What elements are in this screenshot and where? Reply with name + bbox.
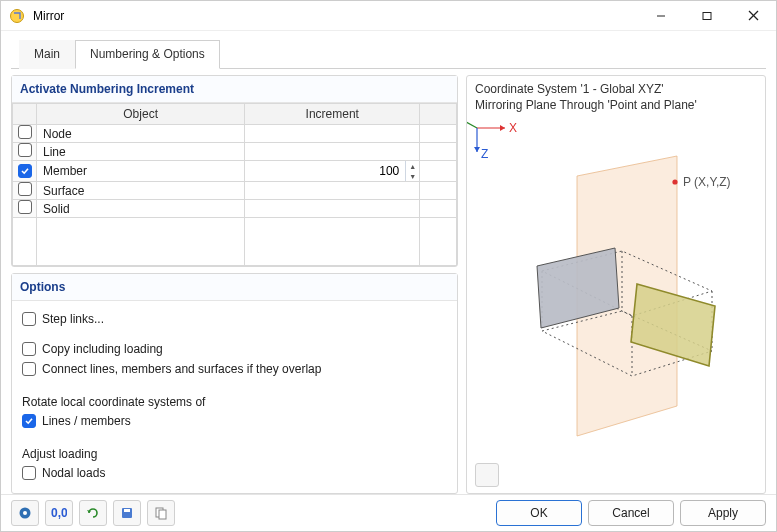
- check-solid[interactable]: [18, 200, 32, 214]
- increment-member-field[interactable]: [245, 161, 405, 181]
- cancel-button[interactable]: Cancel: [588, 500, 674, 526]
- preview-tool-button[interactable]: [475, 463, 499, 487]
- label-copy-loading: Copy including loading: [42, 342, 163, 356]
- svg-text:X: X: [509, 121, 517, 135]
- maximize-button[interactable]: [684, 1, 730, 30]
- preview-line1: Coordinate System '1 - Global XYZ': [475, 82, 757, 98]
- close-button[interactable]: [730, 1, 776, 30]
- svg-text:0,00: 0,00: [51, 507, 67, 519]
- dialog-content: Main Numbering & Options Activate Number…: [1, 31, 776, 494]
- preview-line2: Mirroring Plane Through 'Point and Plane…: [475, 98, 757, 114]
- check-copy-loading[interactable]: [22, 342, 36, 356]
- tab-main[interactable]: Main: [19, 40, 75, 69]
- label-step-links: Step links...: [42, 312, 104, 326]
- apply-button[interactable]: Apply: [680, 500, 766, 526]
- refresh-button[interactable]: [79, 500, 107, 526]
- check-node[interactable]: [18, 125, 32, 139]
- svg-point-25: [23, 511, 27, 515]
- svg-marker-12: [474, 147, 480, 152]
- check-member[interactable]: [18, 164, 32, 178]
- table-row: Node: [13, 125, 457, 143]
- numbering-table: Object Increment Node: [12, 103, 457, 266]
- options-panel-header: Options: [12, 274, 457, 301]
- svg-text:P (X,Y,Z): P (X,Y,Z): [683, 175, 731, 189]
- svg-rect-31: [159, 510, 166, 519]
- mirror-dialog: Mirror Main Numbering & Options Activate…: [0, 0, 777, 532]
- col-object: Object: [37, 104, 245, 125]
- spin-down-icon[interactable]: ▼: [406, 171, 419, 181]
- minimize-button[interactable]: [638, 1, 684, 30]
- ok-button[interactable]: OK: [496, 500, 582, 526]
- label-connect-overlap: Connect lines, members and surfaces if t…: [42, 362, 321, 376]
- tab-numbering-options[interactable]: Numbering & Options: [75, 40, 220, 69]
- increment-member-input[interactable]: ▲▼: [244, 160, 420, 182]
- table-row: Line: [13, 143, 457, 161]
- spin-up-icon[interactable]: ▲: [406, 161, 419, 171]
- check-nodal-loads[interactable]: [22, 466, 36, 480]
- tab-strip: Main Numbering & Options: [11, 39, 766, 69]
- dialog-footer: 0,00 OK Cancel Apply: [1, 494, 776, 531]
- options-panel: Options Step links... Copy including loa…: [11, 273, 458, 494]
- check-surface[interactable]: [18, 182, 32, 196]
- save-button[interactable]: [113, 500, 141, 526]
- app-icon: [9, 8, 25, 24]
- numbering-panel-header: Activate Numbering Increment: [12, 76, 457, 103]
- svg-point-21: [672, 179, 677, 184]
- window-title: Mirror: [33, 9, 64, 23]
- spinner[interactable]: ▲▼: [405, 161, 419, 181]
- svg-line-8: [466, 118, 477, 128]
- units-button[interactable]: 0,00: [45, 500, 73, 526]
- table-row: Member ▲▼: [13, 161, 457, 182]
- preview-graphic: X Y Z: [466, 116, 766, 494]
- svg-point-0: [11, 9, 24, 22]
- svg-text:Z: Z: [481, 147, 488, 161]
- cell-object: Surface: [37, 182, 245, 200]
- cell-object: Line: [37, 143, 245, 161]
- svg-rect-29: [124, 509, 130, 512]
- label-lines-members: Lines / members: [42, 414, 131, 428]
- preview-panel: Coordinate System '1 - Global XYZ' Mirro…: [466, 75, 766, 494]
- copy-button[interactable]: [147, 500, 175, 526]
- svg-marker-6: [500, 125, 505, 131]
- table-row: Solid: [13, 200, 457, 218]
- cell-object: Solid: [37, 200, 245, 218]
- help-button[interactable]: [11, 500, 39, 526]
- adjust-subheader: Adjust loading: [22, 441, 447, 463]
- check-step-links[interactable]: [22, 312, 36, 326]
- titlebar: Mirror: [1, 1, 776, 31]
- check-lines-members[interactable]: [22, 414, 36, 428]
- table-row: Surface: [13, 182, 457, 200]
- cell-object: Member: [37, 161, 245, 182]
- col-increment: Increment: [245, 104, 420, 125]
- check-connect-overlap[interactable]: [22, 362, 36, 376]
- check-line[interactable]: [18, 143, 32, 157]
- label-nodal-loads: Nodal loads: [42, 466, 105, 480]
- numbering-panel: Activate Numbering Increment Object Incr…: [11, 75, 458, 267]
- svg-rect-2: [703, 12, 711, 19]
- rotate-subheader: Rotate local coordinate systems of: [22, 389, 447, 411]
- cell-object: Node: [37, 125, 245, 143]
